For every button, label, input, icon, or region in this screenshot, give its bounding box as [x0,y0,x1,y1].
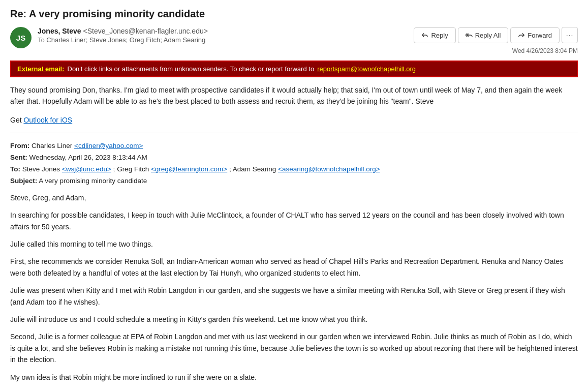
quoted-header: From: Charles Liner <cdliner@yahoo.com> … [10,140,578,187]
body-paragraph-1: They sound promising Don, thanks. I'm gl… [10,84,578,107]
action-area: Reply Reply All F [414,27,578,43]
outlook-link[interactable]: Outlook for iOS [23,116,72,124]
quoted-body: Steve, Greg, and Adam, In searching for … [10,192,578,389]
external-warning-banner: External email: Don't click links or att… [10,61,578,77]
spam-link[interactable]: reportspam@townofchapelhill.org [317,65,416,73]
quoted-from: From: Charles Liner <cdliner@yahoo.com> [10,140,578,152]
avatar: JS [10,27,32,48]
quoted-greeting: Steve, Greg, and Adam, [10,192,578,203]
quoted-sent: Sent: Wednesday, April 26, 2023 8:13:44 … [10,152,578,164]
header-right: Reply Reply All F [414,27,578,54]
email-divider [10,133,578,133]
reply-all-button[interactable]: Reply All [458,27,509,43]
external-label: External email: [17,65,65,73]
to-email-2-link[interactable]: <greg@fearrington.com> [151,165,227,173]
quoted-p2: Julie called this morning to tell me two… [10,238,578,250]
email-body: They sound promising Don, thanks. I'm gl… [10,84,578,389]
warning-message: Don't click links or attachments from un… [68,65,315,73]
to-email-1-link[interactable]: <wsj@unc.edu> [62,165,111,173]
reply-all-icon [466,32,473,39]
email-header: JS Jones, Steve <Steve_Jones@kenan-flagl… [10,27,578,54]
quoted-subject: Subject: A very promising minority candi… [10,175,578,187]
quoted-p1: In searching for possible candidates, I … [10,210,578,232]
forward-button[interactable]: Forward [510,27,560,43]
forward-icon [518,32,525,39]
quoted-to: To: Steve Jones <wsj@unc.edu> ; Greg Fit… [10,164,578,175]
get-outlook-paragraph: Get Outlook for iOS [10,114,578,126]
email-container: Re: A very promising minority candidate … [0,0,588,389]
quoted-p3: First, she recommends we consider Renuka… [10,256,578,279]
more-options-button[interactable]: ··· [562,27,578,43]
quoted-p5: Julie will introduce us and I could sche… [10,314,578,325]
reply-button[interactable]: Reply [414,27,455,43]
sender-section: JS Jones, Steve <Steve_Jones@kenan-flagl… [10,27,208,48]
sender-info: Jones, Steve <Steve_Jones@kenan-flagler.… [38,27,208,44]
quoted-p7: My own idea is that Robin might be more … [10,372,578,383]
sender-name: Jones, Steve <Steve_Jones@kenan-flagler.… [38,27,208,35]
to-email-3-link[interactable]: <asearing@townofchapelhill.org> [278,165,380,173]
from-email-link[interactable]: <cdliner@yahoo.com> [74,142,143,149]
reply-icon [421,32,428,39]
sender-to: To Charles Liner; Steve Jones; Greg Fitc… [38,36,208,44]
quoted-p6: Second, Julie is a former colleague at E… [10,331,578,365]
email-timestamp: Wed 4/26/2023 8:04 PM [512,47,578,54]
email-title: Re: A very promising minority candidate [10,8,578,20]
quoted-p4: Julie was present when Kitty and I met w… [10,285,578,308]
